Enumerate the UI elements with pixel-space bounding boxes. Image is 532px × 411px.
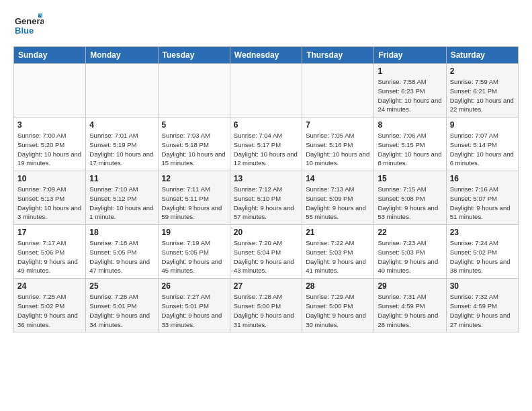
calendar-cell: 10Sunrise: 7:09 AM Sunset: 5:13 PM Dayli…: [14, 171, 86, 225]
day-number: 1: [378, 66, 442, 76]
calendar-cell: 4Sunrise: 7:01 AM Sunset: 5:19 PM Daylig…: [86, 118, 158, 171]
day-info: Sunrise: 7:32 AM Sunset: 4:59 PM Dayligh…: [450, 292, 515, 329]
day-number: 15: [378, 174, 442, 183]
calendar-cell: 30Sunrise: 7:32 AM Sunset: 4:59 PM Dayli…: [446, 279, 518, 332]
day-number: 4: [89, 120, 154, 130]
day-info: Sunrise: 7:03 AM Sunset: 5:18 PM Dayligh…: [162, 131, 226, 168]
calendar-cell: 12Sunrise: 7:11 AM Sunset: 5:11 PM Dayli…: [158, 171, 230, 225]
day-number: 12: [162, 174, 226, 183]
day-number: 9: [450, 120, 515, 130]
day-info: Sunrise: 7:11 AM Sunset: 5:11 PM Dayligh…: [162, 185, 226, 222]
day-number: 13: [234, 174, 298, 183]
calendar-table: SundayMondayTuesdayWednesdayThursdayFrid…: [13, 46, 519, 332]
day-number: 30: [450, 281, 515, 291]
calendar-week-row: 10Sunrise: 7:09 AM Sunset: 5:13 PM Dayli…: [14, 171, 519, 225]
day-number: 26: [162, 281, 226, 291]
day-number: 10: [17, 174, 82, 183]
col-header-saturday: Saturday: [446, 47, 518, 64]
calendar-cell: [158, 64, 230, 118]
col-header-friday: Friday: [374, 47, 446, 64]
day-info: Sunrise: 7:05 AM Sunset: 5:16 PM Dayligh…: [306, 131, 370, 168]
day-number: 20: [234, 228, 298, 237]
calendar-cell: [230, 64, 302, 118]
day-info: Sunrise: 7:19 AM Sunset: 5:05 PM Dayligh…: [162, 238, 226, 275]
day-info: Sunrise: 7:01 AM Sunset: 5:19 PM Dayligh…: [89, 131, 154, 168]
calendar-cell: 17Sunrise: 7:17 AM Sunset: 5:06 PM Dayli…: [14, 225, 86, 279]
day-info: Sunrise: 7:07 AM Sunset: 5:14 PM Dayligh…: [450, 131, 515, 168]
calendar-cell: 25Sunrise: 7:26 AM Sunset: 5:01 PM Dayli…: [86, 279, 158, 332]
day-number: 3: [17, 120, 82, 130]
calendar-cell: [14, 64, 86, 118]
day-number: 6: [234, 120, 298, 130]
day-info: Sunrise: 7:13 AM Sunset: 5:09 PM Dayligh…: [306, 185, 370, 222]
day-number: 7: [306, 120, 370, 130]
calendar-cell: 6Sunrise: 7:04 AM Sunset: 5:17 PM Daylig…: [230, 118, 302, 171]
calendar-cell: 13Sunrise: 7:12 AM Sunset: 5:10 PM Dayli…: [230, 171, 302, 225]
calendar-week-row: 1Sunrise: 7:58 AM Sunset: 6:23 PM Daylig…: [14, 64, 519, 118]
day-info: Sunrise: 7:29 AM Sunset: 5:00 PM Dayligh…: [306, 292, 370, 329]
day-number: 22: [378, 228, 442, 237]
day-number: 11: [89, 174, 154, 183]
day-info: Sunrise: 7:09 AM Sunset: 5:13 PM Dayligh…: [17, 185, 82, 222]
calendar-cell: 27Sunrise: 7:28 AM Sunset: 5:00 PM Dayli…: [230, 279, 302, 332]
calendar-week-row: 24Sunrise: 7:25 AM Sunset: 5:02 PM Dayli…: [14, 279, 519, 332]
calendar-cell: 19Sunrise: 7:19 AM Sunset: 5:05 PM Dayli…: [158, 225, 230, 279]
day-info: Sunrise: 7:28 AM Sunset: 5:00 PM Dayligh…: [234, 292, 298, 329]
calendar-cell: 15Sunrise: 7:15 AM Sunset: 5:08 PM Dayli…: [374, 171, 446, 225]
day-info: Sunrise: 7:04 AM Sunset: 5:17 PM Dayligh…: [234, 131, 298, 168]
day-number: 24: [17, 281, 82, 291]
day-number: 27: [234, 281, 298, 291]
day-number: 28: [306, 281, 370, 291]
day-number: 21: [306, 228, 370, 237]
calendar-week-row: 3Sunrise: 7:00 AM Sunset: 5:20 PM Daylig…: [14, 118, 519, 171]
day-info: Sunrise: 7:24 AM Sunset: 5:02 PM Dayligh…: [450, 238, 515, 275]
calendar-cell: 5Sunrise: 7:03 AM Sunset: 5:18 PM Daylig…: [158, 118, 230, 171]
calendar-cell: 3Sunrise: 7:00 AM Sunset: 5:20 PM Daylig…: [14, 118, 86, 171]
calendar-cell: 14Sunrise: 7:13 AM Sunset: 5:09 PM Dayli…: [302, 171, 374, 225]
day-number: 14: [306, 174, 370, 183]
logo: General Blue: [13, 11, 44, 41]
day-info: Sunrise: 7:31 AM Sunset: 4:59 PM Dayligh…: [378, 292, 442, 329]
calendar-cell: 28Sunrise: 7:29 AM Sunset: 5:00 PM Dayli…: [302, 279, 374, 332]
day-number: 5: [162, 120, 226, 130]
day-info: Sunrise: 7:15 AM Sunset: 5:08 PM Dayligh…: [378, 185, 442, 222]
day-info: Sunrise: 7:06 AM Sunset: 5:15 PM Dayligh…: [378, 131, 442, 168]
day-info: Sunrise: 7:59 AM Sunset: 6:21 PM Dayligh…: [450, 77, 515, 114]
calendar-cell: [86, 64, 158, 118]
svg-text:General: General: [15, 16, 44, 26]
calendar-cell: [302, 64, 374, 118]
day-info: Sunrise: 7:20 AM Sunset: 5:04 PM Dayligh…: [234, 238, 298, 275]
day-number: 18: [89, 228, 154, 237]
col-header-sunday: Sunday: [14, 47, 86, 64]
calendar-cell: 18Sunrise: 7:18 AM Sunset: 5:05 PM Dayli…: [86, 225, 158, 279]
day-number: 17: [17, 228, 82, 237]
calendar-cell: 11Sunrise: 7:10 AM Sunset: 5:12 PM Dayli…: [86, 171, 158, 225]
day-number: 25: [89, 281, 154, 291]
calendar-week-row: 17Sunrise: 7:17 AM Sunset: 5:06 PM Dayli…: [14, 225, 519, 279]
calendar-cell: 2Sunrise: 7:59 AM Sunset: 6:21 PM Daylig…: [446, 64, 518, 118]
day-info: Sunrise: 7:58 AM Sunset: 6:23 PM Dayligh…: [378, 77, 442, 114]
calendar-cell: 7Sunrise: 7:05 AM Sunset: 5:16 PM Daylig…: [302, 118, 374, 171]
calendar-cell: 22Sunrise: 7:23 AM Sunset: 5:03 PM Dayli…: [374, 225, 446, 279]
calendar-cell: 9Sunrise: 7:07 AM Sunset: 5:14 PM Daylig…: [446, 118, 518, 171]
calendar-cell: 29Sunrise: 7:31 AM Sunset: 4:59 PM Dayli…: [374, 279, 446, 332]
logo-svg: General Blue: [13, 11, 44, 41]
day-info: Sunrise: 7:27 AM Sunset: 5:01 PM Dayligh…: [162, 292, 226, 329]
calendar-cell: 23Sunrise: 7:24 AM Sunset: 5:02 PM Dayli…: [446, 225, 518, 279]
svg-text:Blue: Blue: [15, 26, 34, 36]
day-number: 29: [378, 281, 442, 291]
col-header-wednesday: Wednesday: [230, 47, 302, 64]
calendar-cell: 26Sunrise: 7:27 AM Sunset: 5:01 PM Dayli…: [158, 279, 230, 332]
day-info: Sunrise: 7:00 AM Sunset: 5:20 PM Dayligh…: [17, 131, 82, 168]
col-header-tuesday: Tuesday: [158, 47, 230, 64]
day-info: Sunrise: 7:17 AM Sunset: 5:06 PM Dayligh…: [17, 238, 82, 275]
calendar-cell: 8Sunrise: 7:06 AM Sunset: 5:15 PM Daylig…: [374, 118, 446, 171]
day-number: 8: [378, 120, 442, 130]
day-info: Sunrise: 7:12 AM Sunset: 5:10 PM Dayligh…: [234, 185, 298, 222]
calendar-header-row: SundayMondayTuesdayWednesdayThursdayFrid…: [14, 47, 519, 64]
header: General Blue: [13, 11, 519, 41]
col-header-monday: Monday: [86, 47, 158, 64]
day-info: Sunrise: 7:23 AM Sunset: 5:03 PM Dayligh…: [378, 238, 442, 275]
calendar-cell: 16Sunrise: 7:16 AM Sunset: 5:07 PM Dayli…: [446, 171, 518, 225]
day-info: Sunrise: 7:22 AM Sunset: 5:03 PM Dayligh…: [306, 238, 370, 275]
